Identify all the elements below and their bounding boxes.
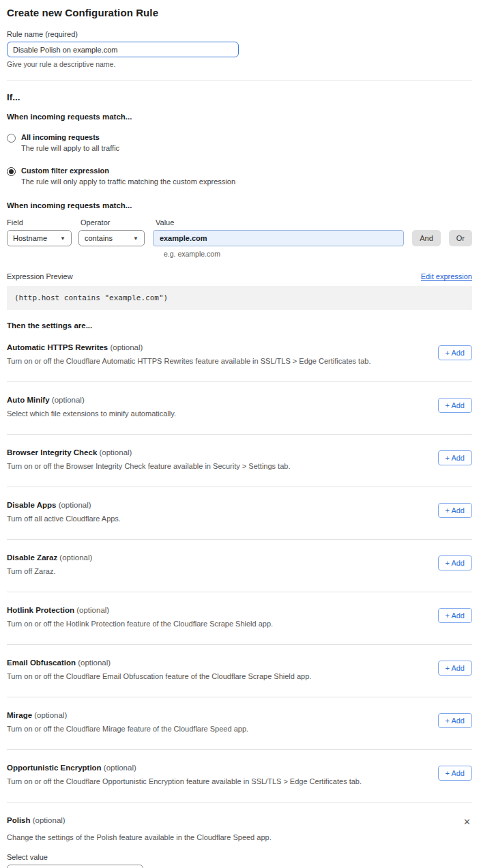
or-button[interactable]: Or [449, 230, 472, 246]
field-select[interactable]: Hostname ▼ [7, 230, 72, 246]
radio-custom-filter-expression[interactable]: Custom filter expression The rule will o… [7, 167, 472, 186]
setting-title: Browser Integrity Check (optional) [7, 448, 424, 457]
expression-preview-code: (http.host contains "example.com") [7, 286, 472, 310]
setting-name: Disable Zaraz [7, 553, 57, 562]
setting-title: Hotlink Protection (optional) [7, 606, 424, 614]
edit-expression-link[interactable]: Edit expression [421, 272, 472, 281]
expression-builder-labels: Field Operator Value [7, 218, 472, 227]
radio-selected-icon[interactable] [7, 167, 16, 176]
radio-unselected-icon[interactable] [7, 134, 16, 143]
setting-title: Automatic HTTPS Rewrites (optional) [7, 343, 424, 351]
setting-row-browser-integrity-check: Browser Integrity Check (optional) Turn … [7, 435, 472, 470]
setting-description: Change the settings of the Polish featur… [7, 833, 472, 841]
expression-builder-heading: When incoming requests match... [7, 201, 472, 209]
select-value-label: Select value [7, 853, 472, 861]
chevron-down-icon: ▼ [133, 235, 139, 242]
expression-preview-header: Expression Preview Edit expression [7, 272, 472, 281]
setting-row-opportunistic-encryption: Opportunistic Encryption (optional) Turn… [7, 750, 472, 785]
setting-description: Turn on or off the Browser Integrity Che… [7, 462, 424, 470]
setting-row-polish: Polish (optional) ✕ Change the settings … [7, 802, 472, 868]
setting-title: Mirage (optional) [7, 711, 424, 719]
value-label: Value [156, 218, 174, 227]
add-button[interactable]: + Add [438, 555, 472, 570]
setting-optional-tag: (optional) [34, 711, 67, 719]
rule-name-help: Give your rule a descriptive name. [7, 60, 472, 68]
setting-title: Auto Minify (optional) [7, 396, 424, 404]
setting-name: Email Obfuscation [7, 659, 76, 667]
setting-description: Turn on or off the Cloudflare Opportunis… [7, 777, 424, 785]
setting-row-hotlink-protection: Hotlink Protection (optional) Turn on or… [7, 592, 472, 628]
setting-row-disable-apps: Disable Apps (optional) Turn off all act… [7, 487, 472, 523]
setting-title: Opportunistic Encryption (optional) [7, 764, 424, 772]
setting-name: Auto Minify [7, 396, 50, 404]
setting-description: Turn on or off the Hotlink Protection fe… [7, 620, 424, 628]
value-input[interactable] [153, 230, 404, 246]
chevron-down-icon: ▼ [60, 235, 65, 242]
radio-label: All incoming requests [21, 133, 119, 141]
setting-optional-tag: (optional) [59, 501, 91, 509]
expression-builder-row: Hostname ▼ contains ▼ And Or [7, 230, 472, 246]
radio-description: The rule will apply to all traffic [21, 144, 119, 152]
operator-select[interactable]: contains ▼ [78, 230, 145, 246]
radio-all-incoming-requests[interactable]: All incoming requests The rule will appl… [7, 133, 472, 152]
setting-name: Hotlink Protection [7, 606, 74, 614]
setting-optional-tag: (optional) [100, 448, 132, 457]
field-select-value: Hostname [13, 234, 47, 242]
setting-name: Mirage [7, 711, 32, 719]
setting-title: Disable Zaraz (optional) [7, 553, 424, 562]
if-heading: If... [7, 92, 472, 102]
setting-title: Email Obfuscation (optional) [7, 659, 424, 667]
expression-preview-label: Expression Preview [7, 272, 73, 280]
setting-description: Turn off Zaraz. [7, 567, 424, 575]
add-button[interactable]: + Add [438, 398, 472, 413]
create-configuration-rule-form: Create new Configuration Rule Rule name … [0, 0, 481, 868]
close-icon[interactable]: ✕ [462, 816, 472, 828]
radio-description: The rule will only apply to traffic matc… [21, 177, 235, 186]
setting-name: Disable Apps [7, 501, 56, 509]
setting-description: Turn off all active Cloudflare Apps. [7, 515, 424, 523]
add-button[interactable]: + Add [438, 766, 472, 781]
operator-label: Operator [81, 218, 156, 227]
setting-description: Turn on or off the Cloudflare Email Obfu… [7, 672, 424, 680]
setting-optional-tag: (optional) [104, 764, 136, 772]
add-button[interactable]: + Add [438, 608, 472, 623]
setting-title: Disable Apps (optional) [7, 501, 424, 509]
setting-optional-tag: (optional) [33, 816, 65, 824]
operator-select-value: contains [85, 234, 113, 242]
setting-optional-tag: (optional) [52, 396, 85, 404]
setting-row-mirage: Mirage (optional) Turn on or off the Clo… [7, 697, 472, 733]
setting-row-email-obfuscation: Email Obfuscation (optional) Turn on or … [7, 645, 472, 680]
add-button[interactable]: + Add [438, 713, 472, 728]
section-divider [7, 81, 472, 81]
setting-optional-tag: (optional) [59, 553, 92, 562]
setting-description: Select which file extensions to minify a… [7, 409, 424, 418]
page-title: Create new Configuration Rule [7, 7, 472, 18]
add-button[interactable]: + Add [438, 661, 472, 676]
setting-name: Browser Integrity Check [7, 448, 97, 457]
setting-optional-tag: (optional) [110, 343, 143, 351]
add-button[interactable]: + Add [438, 450, 472, 465]
add-button[interactable]: + Add [438, 503, 472, 518]
setting-row-auto-minify: Auto Minify (optional) Select which file… [7, 382, 472, 418]
rule-name-input[interactable] [7, 42, 239, 57]
incoming-requests-heading: When incoming requests match... [7, 113, 472, 121]
setting-title: Polish (optional) [7, 816, 65, 824]
field-label: Field [7, 218, 81, 227]
radio-label: Custom filter expression [21, 167, 235, 175]
setting-row-disable-zaraz: Disable Zaraz (optional) Turn off Zaraz.… [7, 540, 472, 575]
setting-name: Automatic HTTPS Rewrites [7, 343, 108, 351]
add-button[interactable]: + Add [438, 345, 472, 360]
setting-optional-tag: (optional) [78, 659, 111, 667]
setting-optional-tag: (optional) [76, 606, 109, 614]
value-help: e.g. example.com [164, 250, 472, 258]
setting-row-automatic-https-rewrites: Automatic HTTPS Rewrites (optional) Turn… [7, 330, 472, 365]
setting-name: Polish [7, 816, 31, 824]
polish-value-select[interactable]: Off ▼ [7, 865, 143, 868]
setting-description: Turn on or off the Cloudflare Automatic … [7, 357, 424, 365]
setting-name: Opportunistic Encryption [7, 764, 102, 772]
rule-name-label: Rule name (required) [7, 30, 472, 38]
setting-description: Turn on or off the Cloudflare Mirage fea… [7, 725, 424, 733]
and-button[interactable]: And [412, 230, 441, 246]
then-settings-heading: Then the settings are... [7, 321, 472, 330]
